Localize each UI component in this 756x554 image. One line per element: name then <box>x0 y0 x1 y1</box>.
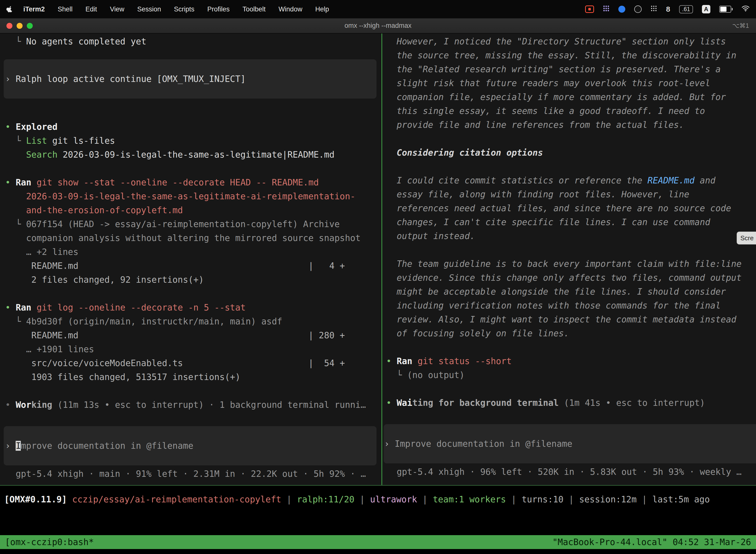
terminal-line: the source tree, missing the essay. Stil… <box>386 48 756 62</box>
screen-recording-indicator-icon[interactable] <box>585 5 594 13</box>
terminal-line: └ List git ls-files <box>5 134 378 148</box>
terminal-line: Search 2026-03-09-is-legal-the-same-as-l… <box>5 148 378 162</box>
menu-item-iterm2[interactable]: iTerm2 <box>17 5 51 13</box>
text-segment: king <box>31 400 52 410</box>
model-status-line: gpt-5.4 xhigh · 96% left · 520K in · 5.8… <box>386 465 756 479</box>
screen-popup-button[interactable]: Scre <box>737 232 756 244</box>
prompt-input[interactable]: › Improve documentation in @filename <box>384 424 756 463</box>
text-segment: slight risk that future readers may over… <box>386 78 710 88</box>
working-status-line: • Working (11m 13s • esc to interrupt) ·… <box>5 398 378 412</box>
text-segment: └ (no output) <box>386 370 464 380</box>
wifi-icon[interactable] <box>742 5 750 13</box>
terminal-line: evidence. Since this change only affects… <box>386 271 756 285</box>
menu-item-window[interactable]: Window <box>272 5 309 13</box>
text-segment: Ran <box>16 177 37 187</box>
window-title-bar[interactable]: omx --xhigh --madmax ⌥⌘1 <box>0 18 756 33</box>
close-button[interactable] <box>6 23 12 29</box>
apple-menu-icon[interactable] <box>6 6 13 12</box>
blank-line <box>5 162 378 175</box>
terminal-line: essay file, along with finding root file… <box>386 187 756 201</box>
text-segment: and-the-erosion-of-copyleft.md <box>5 205 183 215</box>
text-segment: this single essay, it seems like a good … <box>386 106 705 116</box>
text-segment: Search <box>5 150 58 160</box>
terminal-line: and-the-erosion-of-copyleft.md <box>5 203 378 217</box>
menu-item-edit[interactable]: Edit <box>79 5 104 13</box>
blank-line <box>5 287 378 300</box>
battery-nub <box>732 8 733 10</box>
text-segment: evidence. Since this change only affects… <box>386 273 742 283</box>
text-segment: references need actual files, and since … <box>386 203 731 213</box>
menu-item-shell[interactable]: Shell <box>51 5 79 13</box>
text-segment: I <box>16 441 21 451</box>
traffic-lights <box>6 23 33 29</box>
text-segment: cczip/essay/ai-reimplementation-copyleft <box>72 494 281 504</box>
ralph-loop-banner[interactable]: › Ralph loop active continue [OMX_TMUX_I… <box>4 59 377 99</box>
blue-app-icon[interactable] <box>618 6 625 13</box>
menu-bar-status-icons: 8 .61 A <box>585 5 750 13</box>
terminal-line: … +2 lines <box>5 245 378 259</box>
ran-command-line: • Ran git status --short <box>386 354 756 368</box>
menu-item-help[interactable]: Help <box>309 5 335 13</box>
fullscreen-button[interactable] <box>27 23 33 29</box>
text-segment: | <box>506 494 522 504</box>
terminal-line: output instead. <box>386 229 756 243</box>
terminal-line: └ (no output) <box>386 368 756 382</box>
text-segment: README.md | 4 + <box>5 261 345 271</box>
agent-status-line: └ No agents completed yet <box>5 35 378 48</box>
dark-app-icon[interactable] <box>634 5 642 13</box>
menu-item-scripts[interactable]: Scripts <box>168 5 201 13</box>
input-source-icon[interactable]: A <box>702 5 710 13</box>
text-segment: 2026-03-09-is-legal-the-same-as-legitima… <box>5 191 356 201</box>
terminal-line: references need actual files, and since … <box>386 201 756 215</box>
blank-line <box>386 132 756 146</box>
omx-monitor-line: [OMX#0.11.9] cczip/essay/ai-reimplementa… <box>4 492 756 506</box>
text-segment: I could cite commit statistics or refere… <box>386 175 648 185</box>
prompt-input[interactable]: › Improve documentation in @filename <box>4 426 377 465</box>
battery-fill <box>720 7 727 12</box>
battery-icon[interactable] <box>719 6 733 13</box>
text-segment: git show --stat --oneline --decorate HEA… <box>37 177 319 187</box>
text-segment: • <box>5 177 16 187</box>
terminal-pane-right[interactable]: However, I noticed the "Directory Struct… <box>382 34 756 485</box>
blank-line <box>5 384 378 398</box>
text-segment: • <box>5 302 16 313</box>
text-segment: | <box>637 494 652 504</box>
terminal-line: README.md | 280 + <box>5 328 378 342</box>
menu-item-view[interactable]: View <box>104 5 131 13</box>
menu-item-profiles[interactable]: Profiles <box>201 5 236 13</box>
purple-grid-app-icon[interactable] <box>603 5 610 13</box>
text-segment: › <box>5 74 16 84</box>
window-title: omx --xhigh --madmax <box>0 22 756 30</box>
text-segment: git status --short <box>418 356 511 366</box>
terminal-line: the "Related research writing" section i… <box>386 62 756 76</box>
text-segment: 1903 files changed, 513517 insertions(+) <box>5 372 240 382</box>
text-segment: including verification notes with those … <box>386 300 721 311</box>
text-segment: README.md <box>648 175 695 185</box>
dots-grid-icon[interactable] <box>650 5 657 13</box>
text-segment: ting for background terminal <box>412 398 559 408</box>
blank-line <box>386 382 756 396</box>
ran-command-line: • Ran git show --stat --oneline --decora… <box>5 175 378 189</box>
terminal-line: including verification notes with those … <box>386 298 756 313</box>
knot-icon[interactable]: 8 <box>666 5 670 13</box>
text-segment: [OMX#0.11.9] <box>4 494 72 504</box>
menu-item-session[interactable]: Session <box>131 5 168 13</box>
text-segment: review. Also, I might want to inspect th… <box>386 315 737 324</box>
panel-line: › Improve documentation in @filename <box>5 439 377 453</box>
text-segment: Ran <box>397 356 418 366</box>
tmux-status-bar: [omx-cczip0:bash* "MacBook-Pro-44.local"… <box>0 535 756 549</box>
menu-item-toolbelt[interactable]: Toolbelt <box>236 5 272 13</box>
explored-header: • Explored <box>5 120 378 134</box>
terminal-pane-left[interactable]: └ No agents completed yet› Ralph loop ac… <box>0 34 381 485</box>
minimize-button[interactable] <box>17 23 22 29</box>
text-segment: session:12m <box>579 494 637 504</box>
battery-percent-badge[interactable]: .61 <box>679 5 693 13</box>
text-segment: Ran <box>16 302 37 313</box>
text-segment: Improve documentation in @filename <box>395 439 572 449</box>
terminal-line: README.md | 4 + <box>5 259 378 273</box>
text-segment: Ralph loop active continue [OMX_TMUX_INJ… <box>16 74 246 84</box>
terminal-line: of focusing solely on file lines. <box>386 326 756 340</box>
text-segment: 2 files changed, 92 insertions(+) <box>5 275 204 285</box>
panel-line: › Ralph loop active continue [OMX_TMUX_I… <box>5 72 377 86</box>
text-segment: git ls-files <box>47 136 115 146</box>
